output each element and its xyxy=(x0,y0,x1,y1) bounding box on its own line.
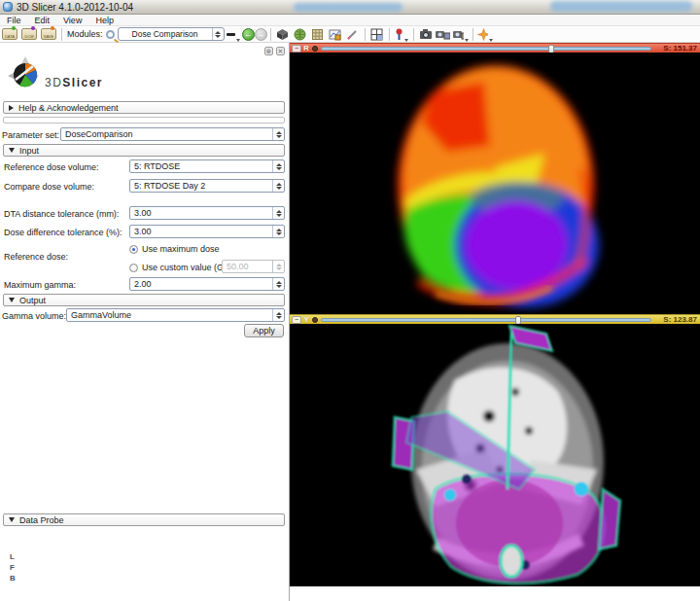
toolbar-separator xyxy=(365,28,366,41)
collapse-view-button[interactable]: − xyxy=(292,45,301,53)
panel-close-icon[interactable]: ✕ xyxy=(276,47,285,55)
pin-icon[interactable] xyxy=(312,317,318,323)
expanded-arrow-icon xyxy=(9,517,15,522)
use-maximum-dose-radio[interactable]: Use maximum dose xyxy=(129,244,220,254)
radio-unchecked-icon[interactable] xyxy=(129,264,138,272)
dose-colorwash-image xyxy=(290,53,700,314)
dta-tolerance-spinbox[interactable]: 3.00 xyxy=(129,206,285,220)
load-dicom-button[interactable]: DCM xyxy=(21,28,37,40)
gamma-volume-label: Gamma volume: xyxy=(2,311,66,321)
panel-pin-icon[interactable]: ⊗ xyxy=(264,47,273,55)
screenshot-icon[interactable] xyxy=(418,27,434,42)
reference-volume-combobox[interactable]: 5: RTDOSE xyxy=(129,159,285,173)
module-selector[interactable]: Dose Comparison xyxy=(118,27,225,41)
module-search-icon[interactable] xyxy=(106,30,115,39)
yellow-slice-offset: S: 123.87 xyxy=(657,315,700,324)
module-back-button[interactable]: ← xyxy=(242,28,255,41)
dta-tolerance-label: DTA distance tolerance (mm): xyxy=(4,209,119,219)
output-section-header[interactable]: Output xyxy=(3,294,285,306)
red-slice-controller-bar: − R S: 151.37 xyxy=(290,43,700,53)
menu-view[interactable]: View xyxy=(56,15,88,26)
combo-arrows-icon[interactable] xyxy=(272,160,284,172)
extensions-icon[interactable] xyxy=(310,27,326,42)
collapse-view-button[interactable]: − xyxy=(292,316,301,324)
parameter-set-combobox[interactable]: DoseComparison xyxy=(60,127,285,141)
scene-view-add-icon[interactable] xyxy=(436,27,451,42)
data-probe-section-header[interactable]: Data Probe xyxy=(3,513,285,526)
compare-volume-label: Compare dose volume: xyxy=(4,182,94,192)
mouse-mode-icon[interactable] xyxy=(394,27,409,42)
redacted-text xyxy=(550,1,692,12)
pin-icon[interactable] xyxy=(312,46,318,52)
yellow-view-letter: Y xyxy=(301,315,311,324)
orientation-l-label: L xyxy=(10,552,15,561)
redacted-text xyxy=(294,3,402,12)
gamma-volume-combobox[interactable]: GammaVolume xyxy=(66,308,285,322)
dose-difference-label: Dose difference tolerance (%): xyxy=(4,228,122,237)
module-history-button[interactable] xyxy=(226,27,241,42)
apply-button[interactable]: Apply xyxy=(244,324,284,337)
add-icon xyxy=(12,26,16,30)
save-button[interactable]: SAVE xyxy=(41,28,56,40)
module-panel: ⊗ ✕ 3DSlicer Help & Acknowledgement Para… xyxy=(0,43,290,601)
slicer-logo xyxy=(4,54,47,101)
save-arrow-icon xyxy=(51,26,54,30)
toolbar-separator xyxy=(472,28,473,41)
menu-file[interactable]: File xyxy=(0,15,28,26)
ct-gamma-overlay-image xyxy=(290,324,700,586)
yellow-slice-controller-bar: − Y S: 123.87 xyxy=(290,314,700,324)
dose-difference-spinbox[interactable]: 3.00 xyxy=(129,225,285,238)
toolbar-separator xyxy=(270,28,271,41)
combo-arrows-icon[interactable] xyxy=(272,180,284,192)
scene-view-restore-icon[interactable] xyxy=(453,27,469,42)
window-titlebar[interactable]: 3D Slicer 4.1.0-2012-10-04 xyxy=(0,0,700,15)
help-acknowledgement-section[interactable]: Help & Acknowledgement xyxy=(3,101,285,114)
orientation-b-label: B xyxy=(10,574,16,583)
module-sphere-icon[interactable] xyxy=(293,27,308,42)
combo-arrows-icon[interactable] xyxy=(272,128,284,140)
expanded-arrow-icon xyxy=(9,148,15,153)
red-slice-slider[interactable] xyxy=(321,47,651,51)
parameter-set-label: Parameter set: xyxy=(2,130,59,140)
yellow-slice-slider[interactable] xyxy=(321,318,651,322)
modules-label: Modules: xyxy=(67,29,103,39)
toolbar-separator xyxy=(413,28,414,41)
maximum-gamma-spinbox[interactable]: 2.00 xyxy=(129,277,285,291)
module-selector-value: Dose Comparison xyxy=(119,29,212,39)
red-slice-offset: S: 151.37 xyxy=(657,44,700,53)
spinbox-arrows-icon[interactable] xyxy=(272,278,284,290)
window-title: 3D Slicer 4.1.0-2012-10-04 xyxy=(17,2,133,13)
red-slice-view[interactable] xyxy=(290,53,700,314)
crosshair-icon[interactable] xyxy=(477,27,493,42)
module-forward-button[interactable]: → xyxy=(255,28,267,41)
app-icon xyxy=(3,2,13,12)
collapsed-arrow-icon xyxy=(9,105,14,111)
menu-edit[interactable]: Edit xyxy=(28,15,57,26)
toolbar-separator xyxy=(389,28,390,41)
reference-dose-label: Reference dose: xyxy=(4,252,68,262)
input-section-header[interactable]: Input xyxy=(3,144,285,157)
custom-dose-spinbox: 50.00 xyxy=(222,260,285,273)
collapsed-strip xyxy=(3,117,285,124)
spinbox-arrows-icon[interactable] xyxy=(272,226,284,237)
radio-checked-icon[interactable] xyxy=(129,245,138,254)
use-custom-value-radio[interactable]: Use custom value (Gy): xyxy=(129,263,233,272)
orientation-f-label: F xyxy=(10,563,15,572)
layout-selector-icon[interactable] xyxy=(369,27,385,42)
menu-bar: File Edit View Help xyxy=(0,15,700,26)
screen-capture-icon[interactable] xyxy=(328,27,343,42)
spinbox-arrows-icon xyxy=(272,261,284,272)
yellow-slice-view[interactable] xyxy=(290,324,700,586)
compare-volume-combobox[interactable]: 5: RTDOSE Day 2 xyxy=(129,179,285,193)
spinbox-arrows-icon[interactable] xyxy=(272,207,284,219)
combo-arrows-icon[interactable] xyxy=(272,309,284,321)
combo-arrows-icon[interactable] xyxy=(212,28,224,40)
load-data-button[interactable]: DATA xyxy=(2,28,18,40)
red-view-letter: R xyxy=(301,44,311,53)
annotation-pencil-icon[interactable] xyxy=(345,27,361,42)
dicom-icon xyxy=(31,26,35,30)
scene-cube-icon[interactable] xyxy=(275,27,291,42)
menu-help[interactable]: Help xyxy=(88,15,121,26)
main-toolbar: DATA DCM SAVE Modules: Dose Comparison ←… xyxy=(0,26,700,43)
toolbar-separator xyxy=(61,28,62,41)
